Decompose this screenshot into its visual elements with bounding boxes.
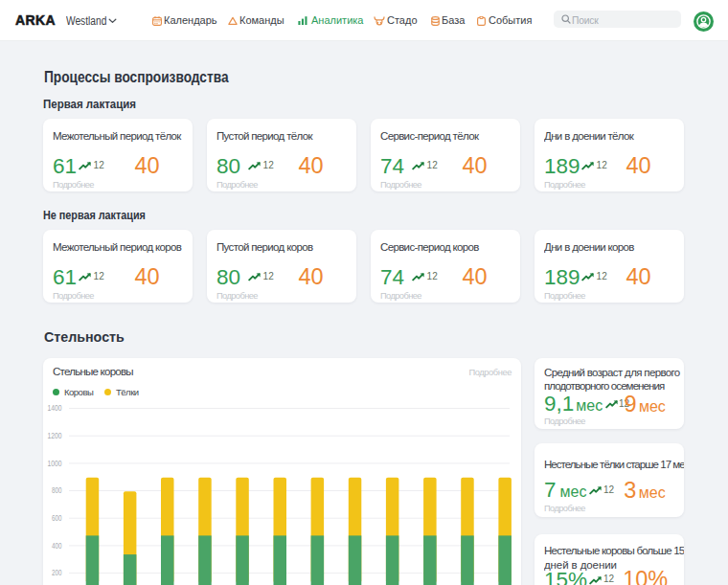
svg-text:600: 600 (52, 513, 62, 523)
svg-text:1400: 1400 (48, 403, 62, 413)
svg-text:200: 200 (52, 568, 62, 577)
svg-text:1200: 1200 (48, 431, 62, 440)
svg-text:400: 400 (52, 541, 62, 551)
svg-text:800: 800 (52, 485, 62, 495)
svg-text:1000: 1000 (48, 459, 62, 468)
